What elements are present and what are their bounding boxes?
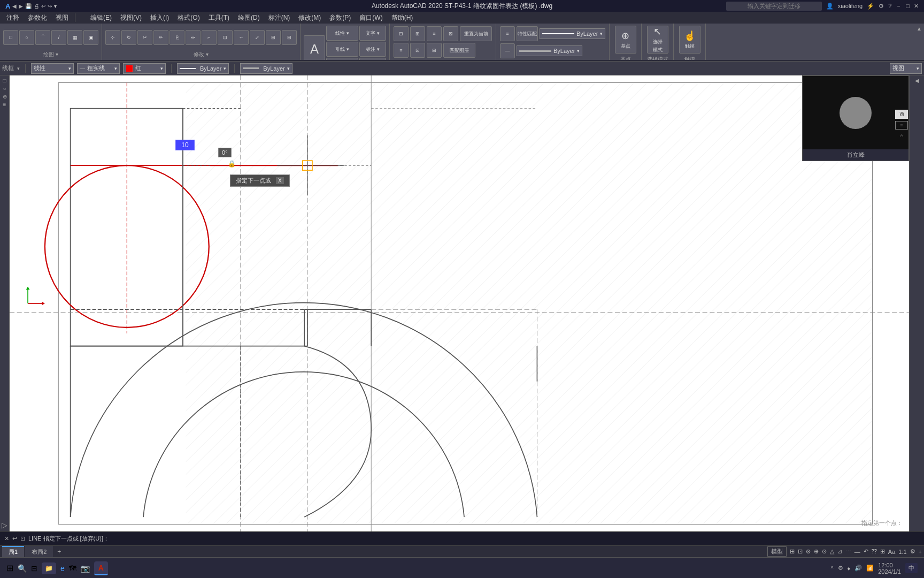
sync-icon[interactable]: ⚡ bbox=[867, 3, 874, 10]
text-large-btn[interactable]: A bbox=[304, 35, 325, 61]
otrack-icon[interactable]: △ bbox=[830, 548, 834, 555]
redo-title-icon[interactable]: ↪ bbox=[48, 3, 52, 9]
osnap-icon[interactable]: ⊙ bbox=[822, 548, 827, 555]
draw-rect-btn[interactable]: □ bbox=[3, 30, 18, 45]
qp-icon[interactable]: ⁇ bbox=[872, 548, 877, 555]
layer-icon7[interactable]: ⊞ bbox=[427, 43, 442, 58]
match-layer-btn[interactable]: 匹配图层 bbox=[443, 43, 475, 58]
set-current-btn[interactable]: 重置为当前 bbox=[460, 26, 492, 41]
menu-params[interactable]: 参数(P) bbox=[325, 12, 355, 24]
command-line[interactable]: ✕ ↩ ⊡ LINE 指定下一点或 [放弃(U)]： bbox=[0, 531, 924, 545]
sc-icon[interactable]: ⊞ bbox=[880, 548, 885, 555]
left-icon2[interactable]: ○ bbox=[3, 86, 6, 92]
restore-btn[interactable]: □ bbox=[906, 3, 910, 9]
bylayer2-dropdown[interactable]: ByLayer ▾ bbox=[240, 63, 292, 74]
more-modify-btn[interactable]: ⊡ bbox=[218, 30, 233, 45]
menu-item-1[interactable]: 参数化 bbox=[24, 12, 51, 24]
prop-icon-btn[interactable]: ≡ bbox=[500, 26, 515, 41]
stretch-btn[interactable]: ↔ bbox=[234, 30, 249, 45]
ortho-icon[interactable]: ⊗ bbox=[806, 548, 811, 555]
tab-layout1[interactable]: 局1 bbox=[2, 546, 24, 557]
linestyle-btn[interactable]: 线性 ▾ bbox=[326, 26, 358, 41]
lweight-icon[interactable]: — bbox=[854, 549, 860, 555]
settings2-icon[interactable]: ⚙ bbox=[910, 548, 915, 555]
input-method[interactable]: 中 bbox=[905, 563, 918, 573]
fillet-btn[interactable]: ⌐ bbox=[202, 30, 217, 45]
tray-caret[interactable]: ^ bbox=[830, 565, 833, 572]
prop-btn[interactable]: 特性 bbox=[359, 58, 386, 61]
markup-btn[interactable]: 标注 ▾ bbox=[359, 42, 386, 57]
minimize-btn[interactable]: － bbox=[896, 2, 902, 10]
leader-btn[interactable]: 引线 ▾ bbox=[326, 42, 358, 57]
panel-icon1[interactable]: 西 bbox=[895, 110, 908, 119]
menu-item-2[interactable]: 视图 bbox=[51, 12, 73, 24]
left-icon1[interactable]: □ bbox=[3, 78, 6, 83]
menu-tools[interactable]: 工具(T) bbox=[204, 12, 234, 24]
draw-circle-btn[interactable]: ○ bbox=[19, 30, 34, 45]
menu-dim[interactable]: 标注(N) bbox=[264, 12, 295, 24]
trim-btn[interactable]: ✂ bbox=[137, 30, 152, 45]
layer-icon2[interactable]: ⊞ bbox=[410, 26, 425, 41]
tab-layout2[interactable]: 布局2 bbox=[25, 546, 53, 557]
undo-title-icon[interactable]: ↩ bbox=[41, 3, 45, 9]
left-icon4[interactable]: ≡ bbox=[3, 102, 6, 108]
settings-icon[interactable]: ⚙ bbox=[879, 3, 884, 10]
media-btn[interactable]: 📷 bbox=[81, 564, 90, 573]
canvas-area[interactable]: 10 0° 🔒 指定下一点或 X 指定第一个点： 肖立峰 bbox=[10, 75, 909, 531]
tray-icon3[interactable]: 🔊 bbox=[854, 565, 862, 572]
lineweight-dropdown[interactable]: ByLayer ▾ bbox=[517, 45, 582, 56]
maps-btn[interactable]: 🗺 bbox=[69, 564, 76, 573]
touch-btn[interactable]: ☝ 触摸 bbox=[679, 26, 700, 54]
more-icon[interactable]: ▾ bbox=[54, 3, 57, 9]
pen-btn[interactable]: ✏ bbox=[153, 30, 168, 45]
cmd-undo-btn[interactable]: ↩ bbox=[12, 535, 17, 542]
copy-btn[interactable]: ⎘ bbox=[170, 30, 184, 45]
panel-icon2[interactable]: ≡ bbox=[895, 121, 908, 130]
snap-icon[interactable]: ⊡ bbox=[798, 548, 803, 555]
dyn-icon[interactable]: ⋯ bbox=[845, 548, 851, 555]
ducs-icon[interactable]: ⊿ bbox=[837, 548, 842, 555]
nav-arrow[interactable]: ▷ bbox=[2, 521, 7, 529]
menu-modify[interactable]: 修改(M) bbox=[294, 12, 325, 24]
cmd-close-btn[interactable]: ✕ bbox=[4, 535, 9, 542]
select-mode-btn[interactable]: ↖ 选择 模式 bbox=[647, 26, 668, 54]
draw-arc-btn[interactable]: ⌒ bbox=[35, 30, 50, 45]
search-bar[interactable]: 输入关键字定到迁移 bbox=[726, 2, 822, 11]
menu-edit[interactable]: 编辑(E) bbox=[86, 12, 116, 24]
panel-icon3[interactable]: A bbox=[895, 132, 908, 139]
windows-start-btn[interactable]: ⊞ bbox=[6, 563, 13, 573]
move-btn[interactable]: ⊹ bbox=[105, 30, 120, 45]
base-btn[interactable]: ⊕ 基点 bbox=[615, 26, 636, 54]
ribbon-collapse[interactable]: ▲ bbox=[915, 24, 924, 60]
text-btn[interactable]: 文字 ▾ bbox=[359, 26, 386, 41]
linethick-dropdown[interactable]: — 粗实线 ▾ bbox=[77, 63, 120, 74]
grid-icon[interactable]: ⊞ bbox=[790, 548, 795, 555]
menu-draw[interactable]: 绘图(D) bbox=[234, 12, 264, 24]
color-dropdown[interactable]: 红 ▾ bbox=[123, 63, 166, 74]
menu-help[interactable]: 帮助(H) bbox=[387, 12, 418, 24]
tray-icon2[interactable]: ♦ bbox=[848, 565, 851, 572]
anno-icon[interactable]: Aa bbox=[888, 549, 895, 555]
match-prop-btn[interactable]: 特性匹配 bbox=[517, 26, 538, 41]
edge-btn[interactable]: e bbox=[60, 564, 65, 573]
table-btn[interactable]: ▦ 表格 bbox=[326, 58, 358, 61]
explorer-btn[interactable]: 📁 bbox=[42, 562, 56, 574]
draw-line-btn[interactable]: / bbox=[51, 30, 66, 45]
draw-boundary-btn[interactable]: ▣ bbox=[83, 30, 98, 45]
layer-icon3[interactable]: ≡ bbox=[427, 26, 442, 41]
search-btn[interactable]: 🔍 bbox=[18, 564, 27, 573]
draw-hatch-btn[interactable]: ▦ bbox=[67, 30, 82, 45]
menu-view[interactable]: 视图(V) bbox=[116, 12, 146, 24]
dimension-input[interactable]: 10 bbox=[175, 140, 195, 150]
left-icon3[interactable]: ⊕ bbox=[3, 94, 7, 100]
titlebar-right-controls[interactable]: 输入关键字定到迁移 👤 xiaolifeng ⚡ ⚙ ? － □ ✕ bbox=[726, 2, 919, 11]
linetype-icon[interactable]: — bbox=[500, 43, 515, 58]
viewport-dropdown[interactable]: 视图 ▾ bbox=[890, 63, 922, 74]
layer-icon1[interactable]: ⊡ bbox=[394, 26, 409, 41]
scale-btn[interactable]: ⤢ bbox=[250, 30, 265, 45]
polar-icon[interactable]: ⊕ bbox=[814, 548, 819, 555]
close-btn[interactable]: ✕ bbox=[914, 3, 919, 10]
print-icon[interactable]: 🖨 bbox=[34, 3, 39, 9]
plus-icon[interactable]: + bbox=[919, 549, 922, 555]
taskview-btn[interactable]: ⊟ bbox=[31, 564, 37, 573]
